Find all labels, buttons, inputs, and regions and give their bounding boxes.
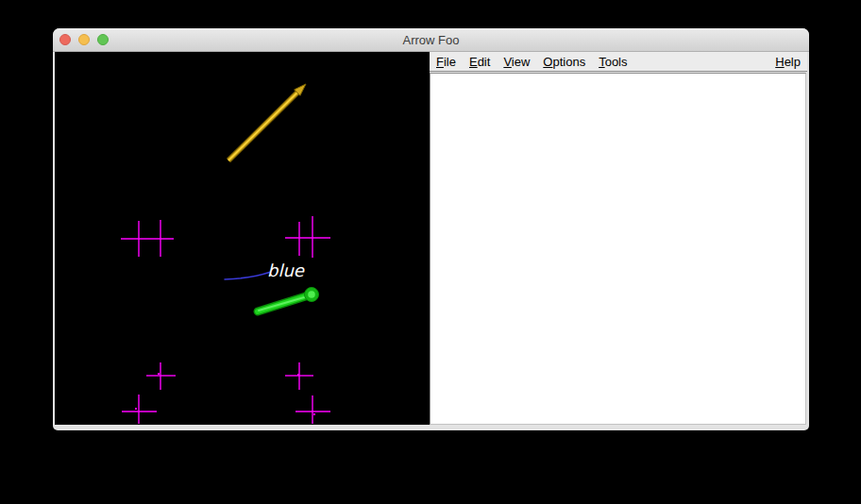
traffic-lights [59, 34, 109, 45]
canvas-area: blue [55, 52, 430, 425]
close-button[interactable] [59, 34, 71, 45]
app-window: Arrow Foo blue File Edit View Options To… [53, 28, 809, 430]
menu-tools[interactable]: Tools [599, 55, 627, 69]
drawing-canvas[interactable]: blue [55, 52, 430, 425]
menu-options[interactable]: Options [543, 55, 585, 69]
menubar: File Edit View Options Tools Help [430, 52, 807, 72]
gold-arrow-shaft-highlight [228, 92, 298, 160]
menu-help[interactable]: Help [775, 55, 801, 69]
minimize-button[interactable] [78, 34, 90, 45]
titlebar[interactable]: Arrow Foo [53, 28, 809, 52]
menu-edit[interactable]: Edit [469, 55, 490, 69]
green-dot-inner [308, 291, 315, 298]
magenta-dot-2 [135, 408, 137, 410]
magenta-dot-4 [313, 413, 315, 415]
right-panel: File Edit View Options Tools Help [430, 52, 807, 425]
window-title: Arrow Foo [403, 33, 460, 47]
menu-file[interactable]: File [436, 55, 456, 69]
menu-view[interactable]: View [503, 55, 530, 69]
green-line-highlight [259, 295, 311, 311]
blue-curve [225, 272, 271, 279]
text-widget[interactable] [430, 73, 806, 425]
magenta-dot-1 [158, 373, 160, 375]
magenta-dot-3 [297, 374, 299, 376]
zoom-button[interactable] [97, 34, 109, 45]
blue-label: blue [267, 260, 305, 280]
